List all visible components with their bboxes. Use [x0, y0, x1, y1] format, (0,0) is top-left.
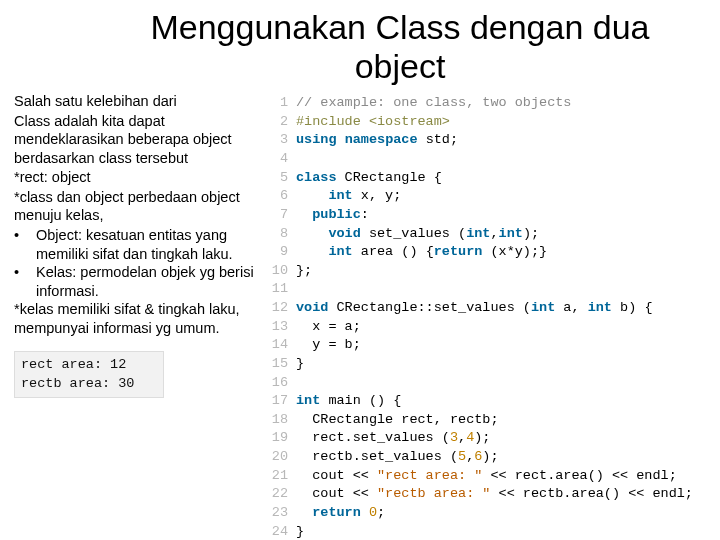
bullet-item: • Object: kesatuan entitas yang memiliki…	[14, 226, 264, 263]
desc-line: *rect: object	[14, 168, 264, 187]
code-text: CRectangle rect, rectb;	[296, 411, 712, 430]
line-number: 15	[268, 355, 296, 374]
code-line: 3using namespace std;	[268, 131, 712, 150]
line-number: 19	[268, 429, 296, 448]
line-number: 21	[268, 467, 296, 486]
content-row: Salah satu kelebihan dari Class adalah k…	[0, 92, 720, 540]
output-line: rectb area: 30	[21, 375, 157, 393]
line-number: 5	[268, 169, 296, 188]
code-text: class CRectangle {	[296, 169, 712, 188]
line-number: 11	[268, 280, 296, 299]
code-text: int area () {return (x*y);}	[296, 243, 712, 262]
code-line: 14 y = b;	[268, 336, 712, 355]
code-text: cout << "rectb area: " << rectb.area() <…	[296, 485, 712, 504]
bullet-item: • Kelas: permodelan objek yg berisi info…	[14, 263, 264, 300]
code-line: 8 void set_values (int,int);	[268, 225, 712, 244]
line-number: 23	[268, 504, 296, 523]
desc-line: Class adalah kita dapat mendeklarasikan …	[14, 112, 264, 168]
line-number: 2	[268, 113, 296, 132]
code-text: }	[296, 355, 712, 374]
code-text: }	[296, 523, 712, 540]
line-number: 13	[268, 318, 296, 337]
description-column: Salah satu kelebihan dari Class adalah k…	[14, 92, 264, 540]
line-number: 16	[268, 374, 296, 393]
line-number: 8	[268, 225, 296, 244]
code-column: 1// example: one class, two objects2#inc…	[268, 92, 712, 540]
code-text: using namespace std;	[296, 131, 712, 150]
code-text: // example: one class, two objects	[296, 94, 712, 113]
line-number: 14	[268, 336, 296, 355]
line-number: 17	[268, 392, 296, 411]
code-text: rect.set_values (3,4);	[296, 429, 712, 448]
code-text: };	[296, 262, 712, 281]
code-text	[296, 150, 712, 169]
code-text	[296, 374, 712, 393]
line-number: 4	[268, 150, 296, 169]
code-line: 21 cout << "rect area: " << rect.area() …	[268, 467, 712, 486]
code-line: 1// example: one class, two objects	[268, 94, 712, 113]
code-line: 9 int area () {return (x*y);}	[268, 243, 712, 262]
bullet-text: Kelas: permodelan objek yg berisi inform…	[32, 263, 264, 300]
code-line: 4	[268, 150, 712, 169]
line-number: 24	[268, 523, 296, 540]
code-line: 2#include <iostream>	[268, 113, 712, 132]
code-text: public:	[296, 206, 712, 225]
desc-line: Salah satu kelebihan dari	[14, 92, 264, 111]
code-text: int main () {	[296, 392, 712, 411]
code-line: 22 cout << "rectb area: " << rectb.area(…	[268, 485, 712, 504]
code-line: 15}	[268, 355, 712, 374]
code-text: return 0;	[296, 504, 712, 523]
code-line: 7 public:	[268, 206, 712, 225]
slide-title: Menggunakan Class dengan dua object	[0, 0, 720, 92]
line-number: 6	[268, 187, 296, 206]
line-number: 10	[268, 262, 296, 281]
code-line: 11	[268, 280, 712, 299]
bullet-mark: •	[14, 263, 32, 300]
line-number: 18	[268, 411, 296, 430]
code-text: void set_values (int,int);	[296, 225, 712, 244]
bullet-text: Object: kesatuan entitas yang memiliki s…	[32, 226, 264, 263]
line-number: 7	[268, 206, 296, 225]
code-text	[296, 280, 712, 299]
code-line: 16	[268, 374, 712, 393]
code-line: 12void CRectangle::set_values (int a, in…	[268, 299, 712, 318]
code-text: y = b;	[296, 336, 712, 355]
code-line: 24}	[268, 523, 712, 540]
code-text: x = a;	[296, 318, 712, 337]
code-text: cout << "rect area: " << rect.area() << …	[296, 467, 712, 486]
desc-line: *kelas memiliki sifat & tingkah laku, me…	[14, 300, 264, 337]
code-line: 20 rectb.set_values (5,6);	[268, 448, 712, 467]
output-box: rect area: 12 rectb area: 30	[14, 351, 164, 397]
line-number: 9	[268, 243, 296, 262]
line-number: 1	[268, 94, 296, 113]
desc-line: *class dan object perbedaan object menuj…	[14, 188, 264, 225]
line-number: 3	[268, 131, 296, 150]
code-line: 5class CRectangle {	[268, 169, 712, 188]
code-text: int x, y;	[296, 187, 712, 206]
line-number: 12	[268, 299, 296, 318]
code-line: 13 x = a;	[268, 318, 712, 337]
line-number: 20	[268, 448, 296, 467]
code-line: 10};	[268, 262, 712, 281]
code-line: 17int main () {	[268, 392, 712, 411]
code-text: void CRectangle::set_values (int a, int …	[296, 299, 712, 318]
code-line: 19 rect.set_values (3,4);	[268, 429, 712, 448]
code-text: #include <iostream>	[296, 113, 712, 132]
line-number: 22	[268, 485, 296, 504]
output-line: rect area: 12	[21, 356, 157, 374]
code-line: 18 CRectangle rect, rectb;	[268, 411, 712, 430]
code-text: rectb.set_values (5,6);	[296, 448, 712, 467]
code-line: 6 int x, y;	[268, 187, 712, 206]
code-line: 23 return 0;	[268, 504, 712, 523]
bullet-mark: •	[14, 226, 32, 263]
